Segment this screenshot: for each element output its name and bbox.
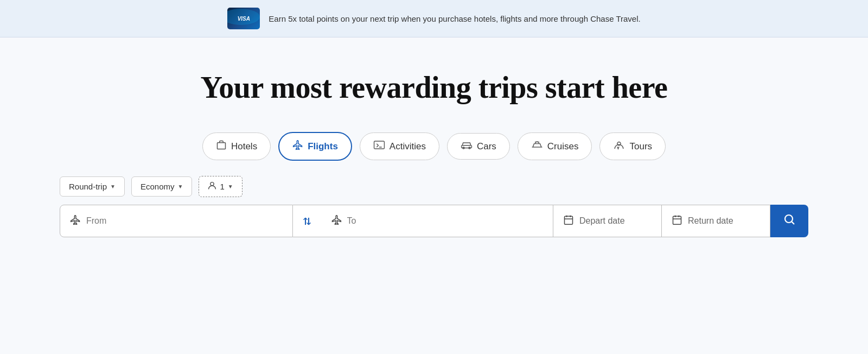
banner-text: Earn 5x total points on your next trip w… <box>269 14 640 23</box>
tab-tours[interactable]: Tours <box>599 132 666 160</box>
cabin-class-selector[interactable]: Economy ▼ <box>131 176 192 197</box>
trip-type-chevron: ▼ <box>110 184 116 189</box>
credit-card-image: VISA <box>227 8 260 29</box>
tab-flights-label: Flights <box>308 141 338 152</box>
trip-type-selector[interactable]: Round-trip ▼ <box>60 176 125 197</box>
search-magnifier-icon <box>783 213 796 229</box>
cabin-class-label: Economy <box>141 182 175 191</box>
passenger-icon <box>208 181 216 192</box>
to-input-wrap[interactable] <box>321 205 554 237</box>
return-date-label: Return date <box>688 216 733 226</box>
hotels-icon <box>216 140 227 153</box>
swap-button[interactable]: ⇄ <box>293 205 321 237</box>
return-calendar-icon <box>672 214 682 228</box>
flights-icon <box>292 140 303 153</box>
tab-hotels[interactable]: Hotels <box>202 132 271 160</box>
trip-type-label: Round-trip <box>69 182 107 191</box>
tab-flights[interactable]: Flights <box>278 132 352 161</box>
tab-hotels-label: Hotels <box>231 141 257 152</box>
tab-cruises[interactable]: Cruises <box>518 132 592 160</box>
category-tabs: Hotels Flights Activities <box>202 132 666 161</box>
svg-rect-11 <box>673 216 681 224</box>
tab-cruises-label: Cruises <box>547 141 579 152</box>
cabin-chevron: ▼ <box>177 184 183 189</box>
tab-tours-label: Tours <box>629 141 652 152</box>
passengers-chevron: ▼ <box>228 184 233 189</box>
hero-title: Your most rewarding trips start here <box>201 70 668 105</box>
svg-rect-4 <box>374 141 384 149</box>
depart-date-label: Depart date <box>579 216 625 226</box>
tab-activities-label: Activities <box>390 141 426 152</box>
svg-point-9 <box>210 182 214 186</box>
visa-label: VISA <box>238 16 250 22</box>
tab-activities[interactable]: Activities <box>360 132 439 160</box>
passengers-label: 1 <box>220 182 224 191</box>
cruises-icon <box>531 140 543 153</box>
tab-cars[interactable]: Cars <box>447 133 510 160</box>
depart-calendar-icon <box>563 214 574 228</box>
promo-banner: VISA Earn 5x total points on your next t… <box>0 0 868 37</box>
tours-icon <box>613 140 625 153</box>
depart-date-wrap[interactable]: Depart date <box>553 205 662 237</box>
to-plane-icon <box>331 214 342 228</box>
from-input[interactable] <box>86 216 283 226</box>
passengers-selector[interactable]: 1 ▼ <box>199 176 242 197</box>
from-input-wrap[interactable] <box>60 205 293 237</box>
tab-cars-label: Cars <box>477 141 496 152</box>
cars-icon <box>461 140 473 153</box>
to-input[interactable] <box>347 216 544 226</box>
from-plane-icon <box>70 214 81 228</box>
search-bar: ⇄ Depart date Retur <box>60 205 808 237</box>
svg-point-12 <box>785 215 793 223</box>
return-date-wrap[interactable]: Return date <box>662 205 770 237</box>
swap-icon: ⇄ <box>301 217 313 225</box>
svg-rect-0 <box>217 143 225 149</box>
activities-icon <box>373 140 385 153</box>
filters-row: Round-trip ▼ Economy ▼ 1 ▼ <box>60 176 242 197</box>
main-content: Your most rewarding trips start here Hot… <box>0 37 868 237</box>
search-button[interactable] <box>770 205 808 237</box>
svg-rect-10 <box>565 216 573 224</box>
